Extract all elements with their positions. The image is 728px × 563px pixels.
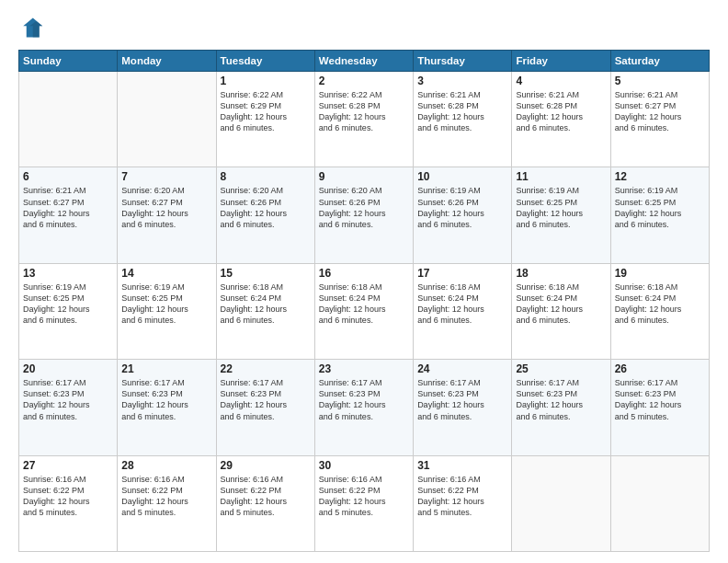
calendar-cell: 4Sunrise: 6:21 AM Sunset: 6:28 PM Daylig…: [512, 72, 610, 167]
day-number: 17: [417, 267, 507, 280]
day-number: 26: [615, 362, 705, 375]
day-number: 5: [615, 75, 705, 87]
calendar-cell: 16Sunrise: 6:18 AM Sunset: 6:24 PM Dayli…: [314, 263, 413, 359]
weekday-header: Sunday: [19, 51, 118, 72]
cell-info: Sunrise: 6:21 AM Sunset: 6:27 PM Dayligh…: [615, 89, 705, 134]
day-number: 21: [121, 362, 211, 375]
weekday-header: Tuesday: [216, 51, 314, 72]
weekday-header: Saturday: [610, 51, 709, 72]
calendar-cell: [118, 72, 216, 167]
cell-info: Sunrise: 6:16 AM Sunset: 6:22 PM Dayligh…: [23, 474, 113, 519]
day-number: 14: [121, 267, 211, 280]
day-number: 16: [319, 267, 409, 280]
cell-info: Sunrise: 6:19 AM Sunset: 6:25 PM Dayligh…: [23, 282, 113, 327]
calendar-cell: 26Sunrise: 6:17 AM Sunset: 6:23 PM Dayli…: [610, 360, 709, 455]
cell-info: Sunrise: 6:17 AM Sunset: 6:23 PM Dayligh…: [121, 377, 211, 422]
calendar-week-row: 1Sunrise: 6:22 AM Sunset: 6:29 PM Daylig…: [19, 72, 710, 167]
day-number: 29: [221, 459, 311, 472]
cell-info: Sunrise: 6:18 AM Sunset: 6:24 PM Dayligh…: [221, 282, 311, 327]
day-number: 9: [319, 170, 409, 183]
cell-info: Sunrise: 6:18 AM Sunset: 6:24 PM Dayligh…: [417, 282, 507, 327]
calendar-cell: [610, 455, 709, 551]
calendar-cell: 9Sunrise: 6:20 AM Sunset: 6:26 PM Daylig…: [314, 167, 413, 263]
cell-info: Sunrise: 6:18 AM Sunset: 6:24 PM Dayligh…: [319, 282, 409, 327]
cell-info: Sunrise: 6:16 AM Sunset: 6:22 PM Dayligh…: [417, 474, 507, 519]
calendar-cell: 20Sunrise: 6:17 AM Sunset: 6:23 PM Dayli…: [19, 360, 118, 455]
weekday-header: Friday: [512, 51, 610, 72]
day-number: 27: [23, 459, 113, 472]
day-number: 30: [319, 459, 409, 472]
calendar-cell: 17Sunrise: 6:18 AM Sunset: 6:24 PM Dayli…: [414, 263, 512, 359]
calendar-cell: 8Sunrise: 6:20 AM Sunset: 6:26 PM Daylig…: [216, 167, 314, 263]
calendar-week-row: 6Sunrise: 6:21 AM Sunset: 6:27 PM Daylig…: [19, 167, 710, 263]
calendar-week-row: 20Sunrise: 6:17 AM Sunset: 6:23 PM Dayli…: [19, 360, 710, 455]
calendar-cell: 31Sunrise: 6:16 AM Sunset: 6:22 PM Dayli…: [414, 455, 512, 551]
cell-info: Sunrise: 6:16 AM Sunset: 6:22 PM Dayligh…: [121, 474, 211, 519]
cell-info: Sunrise: 6:17 AM Sunset: 6:23 PM Dayligh…: [23, 377, 113, 422]
day-number: 8: [221, 170, 311, 183]
calendar-cell: 13Sunrise: 6:19 AM Sunset: 6:25 PM Dayli…: [19, 263, 118, 359]
calendar-cell: 21Sunrise: 6:17 AM Sunset: 6:23 PM Dayli…: [118, 360, 216, 455]
calendar-cell: 23Sunrise: 6:17 AM Sunset: 6:23 PM Dayli…: [314, 360, 413, 455]
cell-info: Sunrise: 6:17 AM Sunset: 6:23 PM Dayligh…: [417, 377, 507, 422]
calendar-cell: 5Sunrise: 6:21 AM Sunset: 6:27 PM Daylig…: [610, 72, 709, 167]
cell-info: Sunrise: 6:17 AM Sunset: 6:23 PM Dayligh…: [615, 377, 705, 422]
calendar-cell: 29Sunrise: 6:16 AM Sunset: 6:22 PM Dayli…: [216, 455, 314, 551]
cell-info: Sunrise: 6:22 AM Sunset: 6:29 PM Dayligh…: [221, 89, 311, 134]
day-number: 23: [319, 362, 409, 375]
calendar-week-row: 27Sunrise: 6:16 AM Sunset: 6:22 PM Dayli…: [19, 455, 710, 551]
calendar-cell: 11Sunrise: 6:19 AM Sunset: 6:25 PM Dayli…: [512, 167, 610, 263]
calendar-week-row: 13Sunrise: 6:19 AM Sunset: 6:25 PM Dayli…: [19, 263, 710, 359]
calendar-cell: [19, 72, 118, 167]
weekday-header: Monday: [118, 51, 216, 72]
day-number: 6: [23, 170, 113, 183]
calendar-cell: 1Sunrise: 6:22 AM Sunset: 6:29 PM Daylig…: [216, 72, 314, 167]
day-number: 25: [516, 362, 606, 375]
cell-info: Sunrise: 6:17 AM Sunset: 6:23 PM Dayligh…: [221, 377, 311, 422]
calendar-cell: 25Sunrise: 6:17 AM Sunset: 6:23 PM Dayli…: [512, 360, 610, 455]
day-number: 31: [417, 459, 507, 472]
cell-info: Sunrise: 6:22 AM Sunset: 6:28 PM Dayligh…: [319, 89, 409, 134]
calendar-cell: 28Sunrise: 6:16 AM Sunset: 6:22 PM Dayli…: [118, 455, 216, 551]
cell-info: Sunrise: 6:18 AM Sunset: 6:24 PM Dayligh…: [516, 282, 606, 327]
logo-icon: [18, 15, 44, 40]
calendar-cell: 14Sunrise: 6:19 AM Sunset: 6:25 PM Dayli…: [118, 263, 216, 359]
cell-info: Sunrise: 6:16 AM Sunset: 6:22 PM Dayligh…: [319, 474, 409, 519]
calendar-header-row: SundayMondayTuesdayWednesdayThursdayFrid…: [19, 51, 710, 72]
day-number: 24: [417, 362, 507, 375]
calendar-cell: 7Sunrise: 6:20 AM Sunset: 6:27 PM Daylig…: [118, 167, 216, 263]
day-number: 28: [121, 459, 211, 472]
calendar-cell: 6Sunrise: 6:21 AM Sunset: 6:27 PM Daylig…: [19, 167, 118, 263]
day-number: 13: [23, 267, 113, 280]
page: SundayMondayTuesdayWednesdayThursdayFrid…: [0, 0, 728, 563]
cell-info: Sunrise: 6:20 AM Sunset: 6:26 PM Dayligh…: [221, 185, 311, 230]
cell-info: Sunrise: 6:17 AM Sunset: 6:23 PM Dayligh…: [516, 377, 606, 422]
calendar-table: SundayMondayTuesdayWednesdayThursdayFrid…: [18, 50, 710, 552]
day-number: 22: [221, 362, 311, 375]
logo: [18, 15, 46, 40]
day-number: 18: [516, 267, 606, 280]
header: [18, 15, 710, 40]
calendar-cell: 22Sunrise: 6:17 AM Sunset: 6:23 PM Dayli…: [216, 360, 314, 455]
calendar-cell: 2Sunrise: 6:22 AM Sunset: 6:28 PM Daylig…: [314, 72, 413, 167]
cell-info: Sunrise: 6:19 AM Sunset: 6:26 PM Dayligh…: [417, 185, 507, 230]
day-number: 19: [615, 267, 705, 280]
day-number: 20: [23, 362, 113, 375]
calendar-cell: 15Sunrise: 6:18 AM Sunset: 6:24 PM Dayli…: [216, 263, 314, 359]
calendar-cell: 10Sunrise: 6:19 AM Sunset: 6:26 PM Dayli…: [414, 167, 512, 263]
calendar-cell: 19Sunrise: 6:18 AM Sunset: 6:24 PM Dayli…: [610, 263, 709, 359]
calendar-cell: 3Sunrise: 6:21 AM Sunset: 6:28 PM Daylig…: [414, 72, 512, 167]
day-number: 7: [121, 170, 211, 183]
calendar-cell: 27Sunrise: 6:16 AM Sunset: 6:22 PM Dayli…: [19, 455, 118, 551]
calendar-cell: 18Sunrise: 6:18 AM Sunset: 6:24 PM Dayli…: [512, 263, 610, 359]
cell-info: Sunrise: 6:17 AM Sunset: 6:23 PM Dayligh…: [319, 377, 409, 422]
cell-info: Sunrise: 6:19 AM Sunset: 6:25 PM Dayligh…: [615, 185, 705, 230]
weekday-header: Thursday: [414, 51, 512, 72]
day-number: 1: [221, 75, 311, 87]
day-number: 4: [516, 75, 606, 87]
day-number: 15: [221, 267, 311, 280]
weekday-header: Wednesday: [314, 51, 413, 72]
cell-info: Sunrise: 6:19 AM Sunset: 6:25 PM Dayligh…: [516, 185, 606, 230]
cell-info: Sunrise: 6:19 AM Sunset: 6:25 PM Dayligh…: [121, 282, 211, 327]
calendar-cell: 24Sunrise: 6:17 AM Sunset: 6:23 PM Dayli…: [414, 360, 512, 455]
